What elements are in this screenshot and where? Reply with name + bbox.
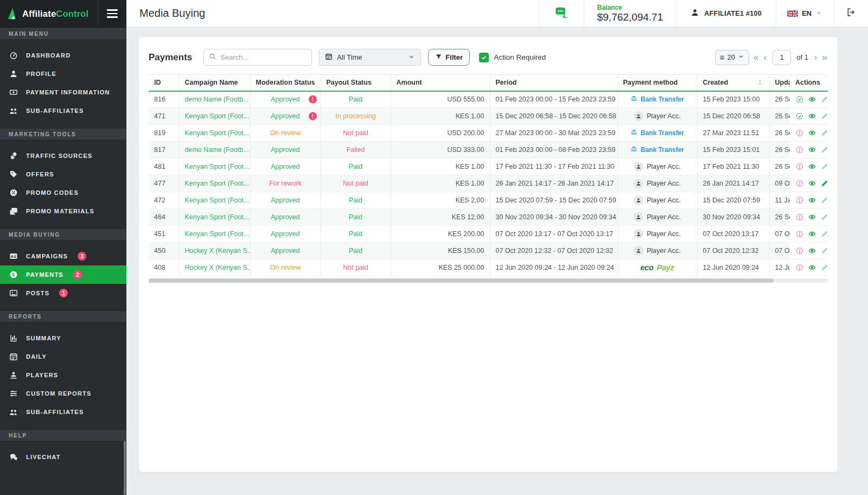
sidebar-item-label: CAMPAIGNS — [26, 253, 68, 259]
view-action-icon[interactable] — [808, 95, 816, 104]
sidebar-item-sub-affiliates[interactable]: SUB-AFFILIATES — [0, 101, 126, 120]
edit-action-icon[interactable] — [820, 263, 828, 272]
alert-action-icon[interactable] — [795, 196, 804, 205]
next-page-button[interactable]: › — [814, 53, 818, 62]
campaign-link[interactable]: Kenyan Sport (Foot... — [185, 129, 250, 137]
campaign-link[interactable]: demo Name (Footb... — [185, 96, 249, 103]
sidebar-item-label: PLAYERS — [26, 372, 58, 378]
first-page-button[interactable]: « — [753, 53, 759, 62]
column-header-created[interactable]: Created — [697, 75, 769, 91]
sidebar-item-sub-affiliates[interactable]: SUB-AFFILIATES — [0, 403, 126, 421]
search-input[interactable] — [220, 53, 307, 61]
alert-action-icon[interactable] — [795, 129, 804, 137]
last-page-button[interactable]: » — [822, 53, 828, 62]
prev-page-button[interactable]: ‹ — [763, 53, 768, 62]
view-action-icon[interactable] — [808, 129, 816, 137]
edit-action-icon[interactable] — [820, 95, 828, 104]
action-required-toggle[interactable]: Action Required — [479, 53, 546, 62]
alert-action-icon[interactable] — [795, 162, 804, 171]
calendar-icon — [325, 53, 333, 62]
edit-action-icon[interactable] — [820, 179, 828, 188]
view-action-icon[interactable] — [808, 162, 816, 171]
alert-action-icon[interactable] — [795, 263, 804, 272]
campaign-link[interactable]: Kenyan Sport (Foot... — [185, 180, 250, 187]
cell-id: 819 — [149, 125, 179, 142]
view-action-icon[interactable] — [808, 230, 816, 238]
sidebar-item-payment-information[interactable]: PAYMENT INFORMATION — [0, 83, 126, 101]
sidebar-item-posts[interactable]: POSTS1 — [0, 284, 126, 302]
alert-action-icon[interactable] — [795, 246, 804, 255]
sidebar-item-players[interactable]: PLAYERS — [0, 366, 126, 384]
language-selector[interactable]: EN — [776, 0, 833, 27]
campaign-link[interactable]: Hockey X (Kenyan S... — [185, 247, 251, 255]
checkbox-checked-icon[interactable] — [479, 53, 489, 62]
sidebar-item-traffic-sources[interactable]: TRAFFIC SOURCES — [0, 147, 126, 165]
view-action-icon[interactable] — [808, 246, 816, 255]
hamburger-menu-button[interactable] — [98, 0, 126, 27]
payment-method-player: Player Acc. — [634, 111, 681, 121]
sidebar-item-payments[interactable]: $PAYMENTS2 — [0, 265, 126, 284]
moderation-status: Approved — [271, 247, 300, 255]
scrollbar-thumb[interactable] — [149, 278, 774, 283]
page-number-input[interactable] — [773, 50, 791, 65]
search-box — [203, 49, 312, 66]
campaign-link[interactable]: Kenyan Sport (Foot... — [185, 112, 250, 120]
history-action-icon[interactable] — [795, 112, 804, 120]
view-action-icon[interactable] — [808, 179, 816, 188]
sidebar-item-profile[interactable]: PROFILE — [0, 65, 126, 83]
cell-period: 01 Feb 2023 00:00 - 08 Feb 2023 23:59 — [490, 142, 617, 158]
payout-status: Paid — [349, 163, 362, 170]
sort-icon[interactable] — [756, 79, 764, 86]
sidebar-item-offers[interactable]: OFFERS — [0, 165, 126, 183]
chat-button[interactable] — [539, 0, 584, 27]
campaign-link[interactable]: Kenyan Sport (Foot... — [185, 163, 250, 170]
chatbubbles-icon — [9, 453, 18, 461]
campaign-link[interactable]: Kenyan Sport (Foot... — [185, 230, 250, 238]
logout-button[interactable] — [833, 0, 868, 27]
date-range-select[interactable]: All Time — [319, 49, 421, 66]
view-action-icon[interactable] — [808, 145, 816, 154]
edit-action-icon[interactable] — [820, 196, 828, 205]
edit-action-icon[interactable] — [820, 162, 828, 171]
cell-updated: 26 Se — [769, 158, 790, 175]
alert-action-icon[interactable] — [795, 145, 804, 154]
history-action-icon[interactable] — [795, 95, 804, 104]
view-action-icon[interactable] — [808, 263, 816, 272]
sidebar-item-daily[interactable]: DAILY — [0, 347, 126, 366]
sidebar-item-custom-reports[interactable]: CUSTOM REPORTS — [0, 384, 126, 403]
sidebar-item-livechat[interactable]: LIVECHAT — [0, 448, 126, 466]
alert-action-icon[interactable] — [795, 230, 804, 238]
filter-button[interactable]: Filter — [428, 49, 470, 66]
alert-action-icon[interactable] — [795, 213, 804, 221]
sidebar-item-promo-materials[interactable]: PROMO MATERIALS — [0, 202, 126, 220]
table-horizontal-scrollbar[interactable] — [149, 278, 828, 283]
view-action-icon[interactable] — [808, 112, 816, 120]
sidebar-item-summary[interactable]: SUMMARY — [0, 329, 126, 347]
user-menu[interactable]: AFFILIATE1 #100 — [676, 0, 776, 27]
cell-payment-method: Player Acc. — [617, 209, 697, 226]
campaign-link[interactable]: demo Name (Footb... — [185, 146, 249, 154]
edit-action-icon[interactable] — [820, 213, 828, 221]
campaign-link[interactable]: Hockey X (Kenyan S... — [185, 264, 251, 271]
edit-action-icon[interactable] — [820, 230, 828, 238]
app-logo[interactable]: AffiliateControl — [0, 0, 98, 27]
column-header-amount: Amount — [391, 75, 490, 91]
sidebar-item-dashboard[interactable]: DASHBOARD — [0, 46, 126, 65]
sidebar-item-campaigns[interactable]: AdCAMPAIGNS3 — [0, 247, 126, 265]
edit-action-icon[interactable] — [820, 129, 828, 137]
alert-action-icon[interactable] — [795, 179, 804, 188]
cell-amount: KES 150.00 — [391, 243, 490, 259]
campaign-link[interactable]: Kenyan Sport (Foot... — [185, 213, 250, 221]
personpin-icon — [9, 371, 18, 379]
edit-action-icon[interactable] — [820, 112, 828, 120]
view-action-icon[interactable] — [808, 196, 816, 205]
edit-action-icon[interactable] — [820, 145, 828, 154]
campaign-link[interactable]: Kenyan Sport (Foot... — [185, 196, 250, 204]
cell-period: 15 Dec 2020 06:58 - 15 Dec 2020 06:58 — [490, 108, 617, 125]
sidebar-item-promo-codes[interactable]: PROMO CODES — [0, 183, 126, 202]
view-action-icon[interactable] — [808, 213, 816, 221]
sidebar-item-label: CUSTOM REPORTS — [26, 390, 92, 397]
page-size-select[interactable]: ≡ 20 — [715, 50, 749, 65]
sidebar-scrollbar[interactable] — [124, 441, 126, 495]
edit-action-icon[interactable] — [820, 246, 828, 255]
